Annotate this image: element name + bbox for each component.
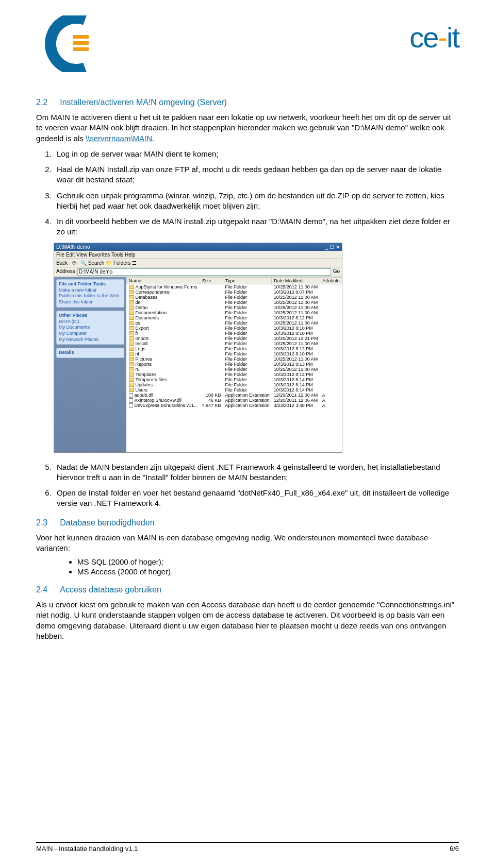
col-name[interactable]: Name xyxy=(127,277,200,284)
footer-right: 6/6 xyxy=(450,845,459,853)
folder-icon xyxy=(129,305,134,310)
table-row[interactable]: UsersFile Folder10/3/2012 8:14 PM xyxy=(127,387,342,393)
table-row[interactable]: PicturesFile Folder10/25/2012 11:00 AM xyxy=(127,356,342,362)
svg-rect-0 xyxy=(73,35,89,39)
table-row[interactable]: DocumentationFile Folder10/25/2012 11:00… xyxy=(127,310,342,315)
folder-icon xyxy=(129,362,134,366)
folder-icon xyxy=(129,367,134,371)
s22-steps-continued: Nadat de MA!N bestanden zijn uitgepakt d… xyxy=(54,462,459,509)
folder-icon xyxy=(129,388,134,392)
col-size[interactable]: Size xyxy=(200,277,223,284)
folder-icon xyxy=(129,295,134,299)
table-row[interactable]: CorrespondenceFile Folder10/3/2012 8:07 … xyxy=(127,290,342,295)
logo-left xyxy=(36,15,98,72)
folder-icon xyxy=(129,372,134,377)
s23-intro: Voor het kunnen draaien van MA!N is een … xyxy=(36,533,459,554)
table-row[interactable]: TemplatesFile Folder10/3/2012 8:13 PM xyxy=(127,372,342,377)
table-row[interactable]: ExportFile Folder10/3/2012 8:10 PM xyxy=(127,326,342,331)
folder-icon xyxy=(129,311,134,315)
table-row[interactable]: AxInterop.ShDocVw.dll46 KBApplication Ex… xyxy=(127,398,342,403)
window-title: D:\MA!N demo xyxy=(56,244,90,250)
table-row[interactable]: nlFile Folder10/3/2012 8:10 PM xyxy=(127,351,342,356)
table-row[interactable]: DocumentsFile Folder10/3/2012 8:12 PM xyxy=(127,315,342,320)
folder-icon xyxy=(129,383,134,387)
brand-dash: - xyxy=(438,21,447,54)
table-row[interactable]: ReportsFile Folder10/3/2012 8:13 PM xyxy=(127,362,342,367)
col-attr[interactable]: Attribute xyxy=(320,277,342,284)
folder-icon xyxy=(129,300,134,304)
step-2: Haal de MA!N Install.zip van onze FTP af… xyxy=(54,164,459,185)
go-button[interactable]: Go xyxy=(333,268,340,276)
folder-icon xyxy=(129,342,134,346)
col-type[interactable]: Type xyxy=(223,277,272,284)
panel-file-tasks: File and Folder Tasks Make a new folder … xyxy=(56,279,124,308)
folder-icon xyxy=(129,378,134,382)
logo-right: ce-it xyxy=(409,21,459,54)
table-row[interactable]: deFile Folder10/25/2012 11:00 AM xyxy=(127,300,342,305)
step-6: Open de Install folder en voer het besta… xyxy=(54,488,459,509)
section-number: 2.4 xyxy=(36,585,47,594)
footer-left: MA!N - Installatie handleiding v1.1 xyxy=(36,845,138,853)
folder-icon xyxy=(129,331,134,335)
table-row[interactable]: AppStylist for Windows FormsFile Folder1… xyxy=(127,284,342,290)
menu-bar[interactable]: File Edit View Favorites Tools Help xyxy=(54,251,342,259)
section-number: 2.3 xyxy=(36,518,47,527)
brand-it: it xyxy=(447,21,459,54)
file-list: Name Size Type Date Modified Attribute A… xyxy=(126,277,342,452)
section-2-3-title: 2.3Database benodigdheden xyxy=(36,518,459,527)
step-3: Gebruik een uitpak programma (winrar, wi… xyxy=(54,191,459,212)
folder-icon xyxy=(129,285,134,289)
toolbar[interactable]: Back · ⟳ · 🔍 Search 📁 Folders ☰ xyxy=(54,259,342,267)
section-heading: Access database gebruiken xyxy=(60,585,161,594)
bullet-mssql: MS SQL (2000 of hoger); xyxy=(77,557,459,566)
section-heading: Database benodigdheden xyxy=(60,518,154,527)
table-row[interactable]: esFile Folder10/25/2012 11:00 AM xyxy=(127,320,342,326)
brand-ce: ce xyxy=(409,21,438,54)
table-row[interactable]: ImportFile Folder10/25/2012 12:21 PM xyxy=(127,336,342,341)
folder-icon xyxy=(129,357,134,361)
folder-icon xyxy=(129,336,134,341)
servername-link[interactable]: \\servernaam\MA!N xyxy=(86,134,152,143)
table-row[interactable]: DevExpress.BonusSkins.v11...7,847 KBAppl… xyxy=(127,403,342,408)
folder-icon xyxy=(129,321,134,325)
folder-icon xyxy=(129,316,134,320)
s22-steps: Log in op de server waar MA!N dient te k… xyxy=(54,149,459,237)
file-icon xyxy=(129,403,133,408)
file-icon xyxy=(129,393,133,398)
table-row[interactable]: DemoFile Folder10/25/2012 11:00 AM xyxy=(127,305,342,310)
table-row[interactable]: LogsFile Folder10/3/2012 8:12 PM xyxy=(127,346,342,351)
table-row[interactable]: UpdatesFile Folder10/3/2012 8:14 PM xyxy=(127,382,342,387)
page-footer: MA!N - Installatie handleiding v1.1 6/6 xyxy=(36,842,459,853)
section-number: 2.2 xyxy=(36,98,47,107)
folder-icon xyxy=(129,352,134,356)
s22-intro: Om MA!N te activeren dient u het uit te … xyxy=(36,112,459,144)
step-4: In dit voorbeeld hebben we de MA!N insta… xyxy=(54,216,459,237)
address-label: Address xyxy=(56,268,75,276)
table-row[interactable]: ruFile Folder10/25/2012 11:00 AM xyxy=(127,367,342,372)
table-row[interactable]: DatabasesFile Folder10/25/2012 11:00 AM xyxy=(127,295,342,300)
table-row[interactable]: frFile Folder10/3/2012 8:10 PM xyxy=(127,331,342,336)
address-bar: Address Go xyxy=(54,267,342,277)
folder-icon xyxy=(129,347,134,351)
table-row[interactable]: Temporary filesFile Folder10/3/2012 8:14… xyxy=(127,377,342,382)
section-2-2-title: 2.2Installeren/activeren MA!N omgeving (… xyxy=(36,98,459,107)
svg-rect-1 xyxy=(73,41,89,45)
window-titlebar: D:\MA!N demo _ ☐ ✕ xyxy=(54,243,342,251)
side-panel: File and Folder Tasks Make a new folder … xyxy=(54,277,126,452)
section-2-4-title: 2.4Access database gebruiken xyxy=(36,585,459,594)
panel-other-places: Other Places DATA (D:) My Documents My C… xyxy=(56,311,124,345)
panel-details: Details xyxy=(56,348,124,358)
s24-intro: Als u ervoor kiest om gebruik te maken v… xyxy=(36,600,459,641)
col-date[interactable]: Date Modified xyxy=(272,277,320,284)
table-row[interactable]: InstallFile Folder10/25/2012 11:00 AM xyxy=(127,341,342,346)
section-heading: Installeren/activeren MA!N omgeving (Ser… xyxy=(60,98,227,107)
file-icon xyxy=(129,398,133,403)
bullet-msaccess: MS Access (2000 of hoger). xyxy=(77,567,459,576)
s23-bullets: MS SQL (2000 of hoger); MS Access (2000 … xyxy=(77,557,459,576)
address-input[interactable] xyxy=(77,268,331,276)
window-controls: _ ☐ ✕ xyxy=(325,244,340,250)
page-header: ce-it xyxy=(36,15,459,72)
folder-icon xyxy=(129,326,134,330)
step-1: Log in op de server waar MA!N dient te k… xyxy=(54,149,459,159)
table-row[interactable]: adodb.dll108 KBApplication Extension12/2… xyxy=(127,393,342,398)
